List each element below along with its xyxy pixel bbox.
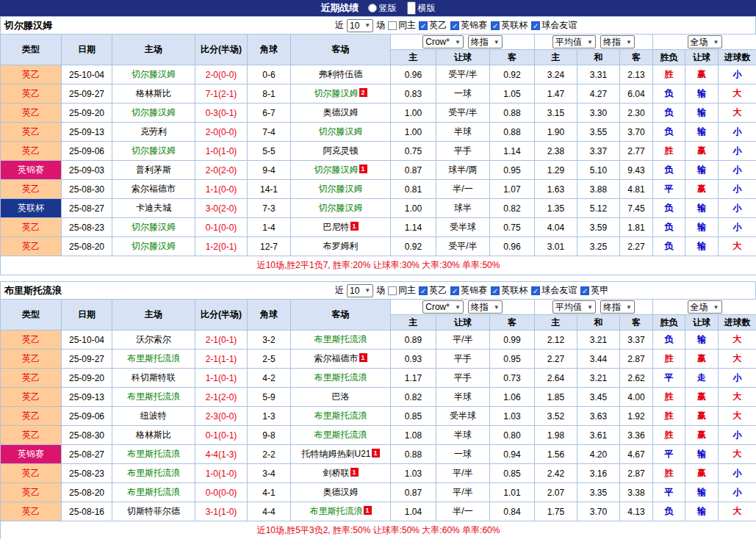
checkbox-checked-icon[interactable]: ✓ <box>491 21 500 30</box>
team-name[interactable]: 布里斯托流浪 <box>127 487 180 497</box>
col-euro-draw: 和 <box>577 50 620 65</box>
team-filter-bar: 切尔滕汉姆 近 10 ▼ 场 同主 ✓英乙✓英锦赛✓英联杯✓球会友谊 <box>0 16 756 34</box>
team-name[interactable]: 布里斯托流浪 <box>127 391 180 402</box>
team-name[interactable]: 切尔滕汉姆 <box>319 203 363 213</box>
team-name[interactable]: 科切斯特联 <box>132 372 176 383</box>
team-name[interactable]: 托特纳姆热刺U21 <box>301 449 370 459</box>
near-label: 近 <box>335 284 344 297</box>
team-name[interactable]: 沃尔索尔 <box>136 334 171 344</box>
checkbox-checked-icon[interactable]: ✓ <box>580 286 589 295</box>
radio-selected-icon[interactable] <box>407 1 416 15</box>
league-filter[interactable]: ✓英联杯 <box>491 284 528 297</box>
team-name[interactable]: 布里斯托流浪 <box>127 449 180 459</box>
league-filter[interactable]: ✓英乙 <box>419 284 447 297</box>
league-filter[interactable]: ✓英锦赛 <box>450 19 487 32</box>
asian-mode-select[interactable]: 终指▼ <box>468 35 503 48</box>
league-filters: ✓英乙✓英锦赛✓英联杯✓球会友谊 <box>419 19 577 32</box>
team-name[interactable]: 切尔滕汉姆 <box>132 222 176 232</box>
checkbox-checked-icon[interactable]: ✓ <box>491 286 500 295</box>
checkbox-checked-icon[interactable]: ✓ <box>450 21 459 30</box>
team-name[interactable]: 切尔滕汉姆 <box>132 145 176 156</box>
asian-home-odds: 1.08 <box>391 426 436 445</box>
checkbox-unchecked-icon[interactable] <box>388 286 397 295</box>
scope-select[interactable]: 全场▼ <box>688 35 722 48</box>
same-home-filter[interactable]: 同主 <box>388 19 416 32</box>
match-count-select[interactable]: 10 ▼ <box>347 19 373 32</box>
away-cell: 布罗姆利 <box>291 237 391 256</box>
team-name[interactable]: 布里斯托流浪 <box>314 334 367 344</box>
checkbox-checked-icon[interactable]: ✓ <box>531 286 540 295</box>
team-name[interactable]: 奥德汉姆 <box>323 487 359 497</box>
team-name[interactable]: 切尔滕汉姆 <box>132 69 176 79</box>
team-name[interactable]: 纽波特 <box>140 410 167 421</box>
checkbox-checked-icon[interactable]: ✓ <box>531 21 540 30</box>
team-name[interactable]: 布里斯托流浪 <box>310 506 363 516</box>
team-name[interactable]: 普利茅斯 <box>136 164 171 175</box>
euro-mode-select[interactable]: 终指▼ <box>600 300 635 314</box>
result-wdl: 负 <box>653 330 685 350</box>
team-name[interactable]: 切尔滕汉姆 <box>132 107 176 117</box>
asian-source-select[interactable]: Crow*▼ <box>422 35 464 48</box>
euro-source-select[interactable]: 平均值▼ <box>552 35 596 48</box>
euro-away-odds: 2.77 <box>620 142 653 161</box>
checkbox-checked-icon[interactable]: ✓ <box>450 286 459 295</box>
asian-source-select[interactable]: Crow*▼ <box>422 300 464 314</box>
league-filter[interactable]: ✓球会友谊 <box>531 19 577 32</box>
league-filter[interactable]: ✓英锦赛 <box>450 284 487 297</box>
team-name[interactable]: 布里斯托流浪 <box>127 468 180 478</box>
euro-draw-odds: 3.21 <box>577 330 620 350</box>
asian-mode-select[interactable]: 终指▼ <box>468 300 503 314</box>
team-name[interactable]: 剑桥联 <box>323 468 350 478</box>
euro-home-odds: 1.90 <box>535 123 577 142</box>
layout-radio-horizontal[interactable]: 横版 <box>407 1 436 15</box>
page-title: 近期战绩 <box>321 1 359 15</box>
team-name[interactable]: 阿克灵顿 <box>323 145 359 156</box>
team-name[interactable]: 布里斯托流浪 <box>127 353 180 363</box>
match-count-select[interactable]: 10 ▼ <box>347 284 373 297</box>
same-home-filter[interactable]: 同主 <box>388 284 416 297</box>
home-cell: 切尔滕汉姆 <box>112 65 195 84</box>
team-name[interactable]: 布里斯托流浪 <box>314 430 367 440</box>
team-name[interactable]: 格林斯比 <box>136 88 171 98</box>
team-name[interactable]: 卡迪夫城 <box>136 203 171 213</box>
team-name[interactable]: 克劳利 <box>140 126 167 137</box>
team-name[interactable]: 切尔滕汉姆 <box>132 241 176 251</box>
asian-handicap: 受半球 <box>436 407 490 426</box>
league-filter[interactable]: ✓英联杯 <box>491 19 528 32</box>
league-filter[interactable]: ✓英乙 <box>419 19 447 32</box>
radio-unselected-icon[interactable] <box>368 4 377 12</box>
league-filter[interactable]: ✓英甲 <box>580 284 608 297</box>
asian-handicap: 一球 <box>436 84 490 104</box>
corner-cell: 3-4 <box>248 464 291 483</box>
checkbox-unchecked-icon[interactable] <box>388 21 397 30</box>
team-name[interactable]: 格林斯比 <box>136 430 171 440</box>
checkbox-checked-icon[interactable]: ✓ <box>419 286 428 295</box>
euro-mode-select[interactable]: 终指▼ <box>600 35 635 48</box>
col-asian-away: 客 <box>490 50 535 65</box>
team-name[interactable]: 弗利特伍德 <box>319 69 363 79</box>
team-name[interactable]: 巴尼特 <box>323 222 350 232</box>
layout-radio-vertical[interactable]: 竖版 <box>368 2 397 15</box>
asian-home-odds: 0.96 <box>391 65 436 84</box>
team-name[interactable]: 奥德汉姆 <box>323 107 359 117</box>
asian-home-odds: 1.17 <box>391 369 436 388</box>
team-name[interactable]: 布里斯托流浪 <box>314 372 367 383</box>
euro-source-select[interactable]: 平均值▼ <box>552 300 596 314</box>
team-name[interactable]: 切尔滕汉姆 <box>319 126 363 137</box>
euro-draw-odds: 3.59 <box>577 218 620 237</box>
team-name[interactable]: 巴洛 <box>332 391 350 402</box>
team-name[interactable]: 索尔福德市 <box>314 353 359 363</box>
team-name[interactable]: 切斯特菲尔德 <box>127 506 180 516</box>
team-name[interactable]: 切尔滕汉姆 <box>319 184 363 194</box>
scope-select[interactable]: 全场▼ <box>688 300 722 314</box>
team-name[interactable]: 索尔福德市 <box>132 184 176 194</box>
match-row: 英乙25-08-16切斯特菲尔德3-1(1-0)4-4布里斯托流浪11.04半/… <box>1 502 756 521</box>
team-name[interactable]: 布罗姆利 <box>323 241 359 251</box>
league-filter[interactable]: ✓球会友谊 <box>531 284 577 297</box>
checkbox-checked-icon[interactable]: ✓ <box>419 21 428 30</box>
team-name[interactable]: 布里斯托流浪 <box>314 410 367 421</box>
team-name[interactable]: 切尔滕汉姆 <box>314 88 359 98</box>
result-wdl: 平 <box>653 369 685 388</box>
match-row: 英乙25-08-20切尔滕汉姆1-2(0-1)12-7布罗姆利0.92受平/半0… <box>1 237 756 256</box>
team-name[interactable]: 切尔滕汉姆 <box>314 164 359 175</box>
